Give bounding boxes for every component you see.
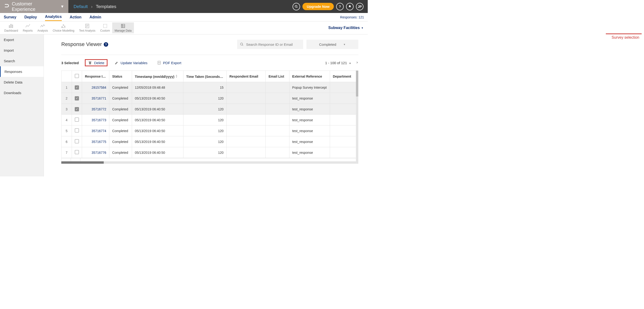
svg-rect-3	[11, 24, 12, 28]
svg-text:X: X	[122, 24, 122, 26]
row-checkbox[interactable]	[75, 139, 79, 143]
col-respondent-email[interactable]: Respondent Email	[226, 71, 266, 82]
horizontal-scrollbar[interactable]	[61, 161, 358, 164]
status-filter-dropdown[interactable]: Completed ▼	[306, 40, 358, 49]
response-id-link[interactable]: 35716772	[92, 107, 106, 111]
responses-count[interactable]: Responses: 121	[340, 15, 364, 19]
delete-button[interactable]: Delete	[85, 59, 107, 66]
col-timestamp[interactable]: Timestamp (mm/dd/yyyy)▲▼	[132, 71, 183, 82]
tool-text-analysis[interactable]: Text Analysis	[77, 23, 98, 33]
checkbox[interactable]	[75, 74, 79, 78]
update-variables-button[interactable]: Update Variables	[112, 59, 150, 66]
help-icon[interactable]: ?	[336, 3, 344, 10]
col-external-ref[interactable]: External Reference	[289, 71, 330, 82]
upgrade-button[interactable]: Upgrade Now	[302, 3, 334, 10]
response-id-link[interactable]: 35716776	[92, 151, 106, 155]
topbar: Customer Experience ▼ Default › Template…	[0, 0, 368, 13]
caret-down-icon: ▼	[349, 62, 351, 65]
tool-dashboard[interactable]: Dashboard	[2, 23, 20, 33]
select-all[interactable]	[72, 71, 82, 82]
breadcrumb-root[interactable]: Default	[74, 4, 88, 9]
sort-icon: ▲▼	[176, 74, 178, 78]
tool-reports[interactable]: Reports	[20, 23, 35, 33]
response-id-link[interactable]: 35716773	[92, 118, 106, 122]
nav-deploy[interactable]: Deploy	[24, 14, 37, 21]
col-time-taken[interactable]: Time Taken (Seconds)▲▼	[184, 71, 226, 82]
table-row[interactable]: 2✓35716771Completed05/13/2019 06:40:5012…	[62, 93, 358, 104]
cell-email	[226, 115, 266, 126]
sidebar-export[interactable]: Export	[0, 35, 44, 45]
survey-selector[interactable]: Subway Facilities ▼	[328, 26, 364, 30]
breadcrumb-current: Templates	[96, 4, 116, 9]
pdf-icon: PDF	[157, 61, 161, 65]
pdf-export-button[interactable]: PDF PDF Export	[155, 59, 184, 66]
caret-down-icon: ▼	[60, 5, 64, 9]
pagination-dropdown[interactable]: 1 - 100 of 121 ▼	[325, 61, 351, 65]
nav-action[interactable]: Action	[70, 14, 82, 21]
analytics-toolbar: Dashboard Reports Analysis Choice Modell…	[0, 22, 368, 35]
svg-rect-2	[9, 26, 10, 28]
next-page-button[interactable]	[356, 61, 358, 65]
tool-manage-data[interactable]: X Manage Data	[112, 23, 134, 33]
table-row[interactable]: 1✓28157584Completed12/05/2018 09:48:4815…	[62, 82, 358, 93]
cell-time-taken: 120	[184, 126, 226, 136]
pencil-icon	[114, 61, 119, 65]
table-row[interactable]: 3✓35716772Completed05/13/2019 06:40:5012…	[62, 104, 358, 115]
tool-choice-modelling[interactable]: Choice Modelling	[50, 23, 76, 33]
avatar[interactable]: JP	[356, 3, 364, 10]
sidebar-delete-data[interactable]: Delete Data	[0, 77, 44, 88]
sidebar-import[interactable]: Import	[0, 45, 44, 56]
col-response-id[interactable]: Response ID▼	[82, 71, 110, 82]
table-row[interactable]: 535716774Completed05/13/2019 06:40:50120…	[62, 126, 358, 136]
response-table: Response ID▼ Status Timestamp (mm/dd/yyy…	[61, 71, 358, 164]
col-department[interactable]: Department	[330, 71, 358, 82]
table-row[interactable]: 635716775Completed05/13/2019 06:40:50120…	[62, 136, 358, 147]
row-index: 6	[62, 136, 72, 147]
svg-point-0	[295, 5, 297, 7]
table-row[interactable]: 735716776Completed05/13/2019 06:40:50120…	[62, 147, 358, 158]
tool-custom[interactable]: Custom	[98, 23, 112, 33]
row-checkbox[interactable]: ✓	[75, 107, 79, 111]
table-row[interactable]: 435716773Completed05/13/2019 06:40:50120…	[62, 115, 358, 126]
col-status[interactable]: Status	[109, 71, 132, 82]
response-id-link[interactable]: 35716775	[92, 140, 106, 144]
breadcrumb: Default › Templates	[68, 4, 116, 9]
response-id-link[interactable]: 35716774	[92, 129, 106, 133]
vertical-scrollbar[interactable]	[356, 71, 358, 164]
cell-time-taken: 120	[184, 93, 226, 104]
row-checkbox[interactable]	[75, 117, 79, 122]
sort-desc-icon: ▼	[106, 75, 108, 78]
svg-line-1	[297, 7, 298, 8]
response-id-link[interactable]: 35716771	[92, 97, 106, 100]
tool-analysis[interactable]: Analysis	[35, 23, 50, 33]
cell-email	[226, 93, 266, 104]
app-logo-icon	[4, 4, 10, 10]
search-box[interactable]	[237, 40, 303, 49]
cell-dept	[330, 136, 358, 147]
nav-survey[interactable]: Survey	[4, 14, 16, 21]
nav-analytics[interactable]: Analytics	[45, 13, 62, 21]
sidebar-search[interactable]: Search	[0, 56, 44, 66]
cell-dept	[330, 126, 358, 136]
sidebar-responses[interactable]: Responses	[0, 66, 44, 77]
cell-time-taken: 120	[184, 115, 226, 126]
cell-timestamp: 05/13/2019 06:40:50	[132, 126, 183, 136]
help-icon[interactable]: ?	[104, 42, 108, 47]
search-icon[interactable]	[292, 3, 300, 10]
row-checkbox[interactable]	[75, 150, 79, 154]
cell-email-list	[266, 136, 289, 147]
brand-dropdown[interactable]: Customer Experience ▼	[0, 0, 68, 13]
col-email-list[interactable]: Email List	[266, 71, 289, 82]
row-checkbox[interactable]: ✓	[75, 96, 79, 101]
row-checkbox[interactable]	[75, 128, 79, 133]
sidebar-downloads[interactable]: Downloads	[0, 88, 44, 98]
row-checkbox[interactable]: ✓	[75, 85, 79, 90]
cell-timestamp: 05/13/2019 06:40:50	[132, 104, 183, 115]
response-id-link[interactable]: 28157584	[92, 86, 106, 89]
nav-admin[interactable]: Admin	[90, 14, 101, 21]
cell-ext-ref: test_response	[289, 136, 330, 147]
cell-timestamp: 05/13/2019 06:40:50	[132, 147, 183, 158]
search-input[interactable]	[246, 43, 300, 47]
bell-icon[interactable]	[346, 3, 354, 10]
cell-email-list	[266, 115, 289, 126]
